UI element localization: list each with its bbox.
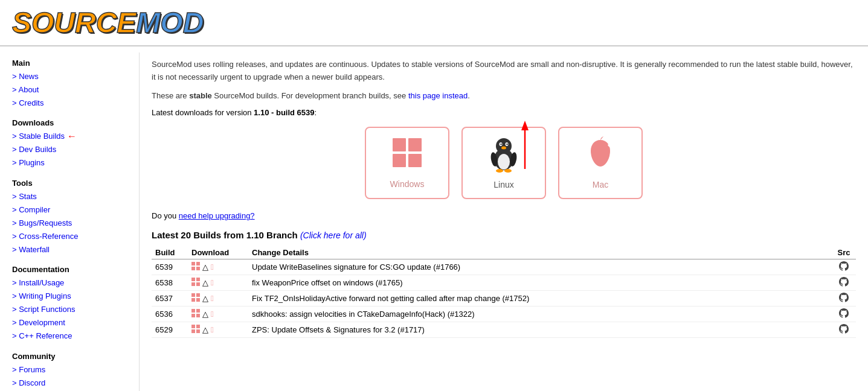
sidebar-item-development[interactable]: > Development [12,316,127,329]
svg-rect-24 [191,282,195,286]
version-pre: Latest downloads for version [152,108,254,117]
intro2-post: SourceMod builds. For development branch… [212,91,408,100]
sidebar: Main > News > About > Credits Downloads … [0,52,139,391]
windows-icon [391,137,423,176]
svg-point-11 [501,147,506,150]
logo: SOURCEMOD [12,6,204,39]
src-icon[interactable] [832,322,856,338]
svg-rect-22 [191,278,195,281]
svg-rect-26 [191,293,195,297]
sidebar-item-cross-reference[interactable]: > Cross-Reference [12,230,127,243]
platform-buttons: Windows [152,127,856,199]
svg-rect-37 [196,329,200,333]
svg-rect-28 [191,298,195,302]
intro-paragraph-2: These are stable SourceMod builds. For d… [152,90,856,103]
mac-dl-icon[interactable]:  [211,325,214,334]
linux-icon [488,136,519,180]
table-row: 6529 △  ZPS: Update Offsets & Signature… [152,322,856,338]
sidebar-item-stable-builds[interactable]: > Stable Builds [12,130,65,143]
mac-dl-icon[interactable]:  [211,262,214,272]
help-pre: Do you [152,211,179,220]
mac-icon [586,136,615,176]
build-number: 6538 [152,275,188,291]
sidebar-item-about[interactable]: > About [12,83,127,97]
win-dl-icon[interactable] [191,293,200,304]
src-icon[interactable] [832,291,856,307]
dev-page-link[interactable]: this page instead [408,91,468,100]
win-dl-icon[interactable] [191,262,200,272]
build-number: 6536 [152,307,188,322]
sidebar-item-compiler[interactable]: > Compiler [12,203,127,217]
logo-mod: MOD [136,7,204,39]
help-upgrade-link[interactable]: need help upgrading? [179,211,255,220]
src-icon[interactable] [832,259,856,275]
table-row: 6538 △  fix WeaponPrice offset on windo… [152,275,856,291]
col-change-header: Change Details [248,246,832,259]
mac-dl-icon[interactable]:  [211,310,214,319]
svg-rect-21 [196,267,200,270]
change-detail: Fix TF2_OnIsHolidayActive forward not ge… [248,291,832,307]
change-detail: ZPS: Update Offsets & Signatures for 3.2… [248,322,832,338]
sidebar-item-forums[interactable]: > Forums [12,363,127,377]
svg-rect-32 [191,314,195,317]
col-src-header: Src [832,246,856,259]
sidebar-item-discord[interactable]: > Discord [12,377,127,390]
sidebar-item-dev-builds[interactable]: > Dev Builds [12,143,127,156]
src-icon[interactable] [832,275,856,291]
svg-point-12 [496,169,503,173]
builds-title-text: Latest 20 Builds from 1.10 Branch [152,230,298,240]
build-number: 6529 [152,322,188,338]
sidebar-item-waterfall[interactable]: > Waterfall [12,243,127,256]
linux-dl-icon[interactable]: △ [202,325,208,334]
table-row: 6539 △  Update WriteBaselines signature… [152,259,856,275]
sidebar-item-writing-plugins[interactable]: > Writing Plugins [12,290,127,303]
download-icons: △  [188,275,248,291]
builds-table: Build Download Change Details Src 6539 [152,246,856,338]
platform-section: Windows [152,127,856,199]
builds-all-link[interactable]: (Click here for all) [300,230,367,240]
svg-rect-30 [191,309,195,313]
windows-download-btn[interactable]: Windows [365,127,449,199]
table-row: 6537 △  Fix TF2_OnIsHolidayActive forwa… [152,291,856,307]
sidebar-item-news[interactable]: > News [12,70,127,83]
build-number: 6537 [152,291,188,307]
sidebar-section-community: Community [12,352,127,361]
svg-point-10 [506,144,507,145]
linux-dl-icon[interactable]: △ [202,262,208,272]
download-icons: △  [188,307,248,322]
change-detail: Update WriteBaselines signature for CS:G… [248,259,832,275]
sidebar-item-bugs[interactable]: > Bugs/Requests [12,217,127,230]
linux-dl-icon[interactable]: △ [202,310,208,319]
linux-dl-icon[interactable]: △ [202,294,208,303]
win-dl-icon[interactable] [191,309,200,319]
mac-dl-icon[interactable]:  [211,294,214,303]
svg-point-13 [504,169,512,173]
stable-builds-arrow: ← [67,131,77,142]
sidebar-item-stats[interactable]: > Stats [12,190,127,203]
sidebar-section-downloads: Downloads [12,118,127,127]
sidebar-section-main: Main [12,59,127,68]
win-dl-icon[interactable] [191,325,200,335]
svg-rect-2 [393,154,406,167]
sidebar-item-credits[interactable]: > Credits [12,97,127,110]
mac-download-btn[interactable]: Mac [558,127,643,199]
sidebar-item-script-functions[interactable]: > Script Functions [12,303,127,316]
svg-rect-0 [393,138,406,151]
sidebar-item-install[interactable]: > Install/Usage [12,276,127,290]
download-icons: △  [188,259,248,275]
mac-dl-icon[interactable]:  [211,278,214,287]
intro2-pre: These are [152,91,189,100]
sidebar-section-tools: Tools [12,179,127,188]
win-dl-icon[interactable] [191,278,200,288]
linux-download-btn[interactable]: Linux [461,127,546,199]
version-post: : [315,108,317,117]
src-icon[interactable] [832,307,856,322]
svg-rect-20 [191,267,195,270]
svg-rect-31 [196,309,200,313]
builds-click-all: (Click here for all) [300,230,367,240]
linux-dl-icon[interactable]: △ [202,278,208,287]
sidebar-item-plugins[interactable]: > Plugins [12,156,127,170]
sidebar-item-cpp-reference[interactable]: > C++ Reference [12,329,127,343]
change-detail: sdkhooks: assign velocities in CTakeDama… [248,307,832,322]
download-icons: △  [188,322,248,338]
